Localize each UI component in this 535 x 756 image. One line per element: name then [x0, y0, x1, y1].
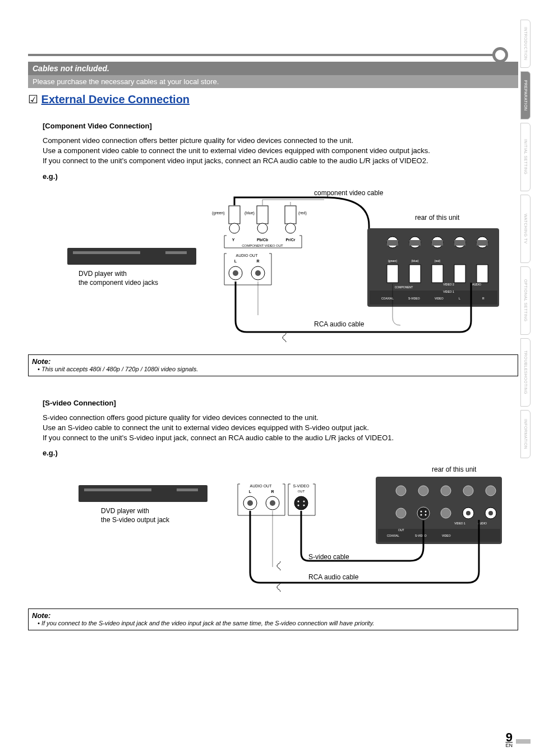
svg-point-41 [303, 505, 305, 506]
svg-point-49 [421, 511, 422, 513]
svg-point-36 [270, 500, 275, 506]
cables-subtitle-band: Please purchase the necessary cables at … [28, 75, 518, 88]
unit-red: (red) [435, 259, 441, 262]
svg-point-1 [229, 223, 239, 233]
tab-initial-setting[interactable]: INITIAL SETTING [520, 123, 531, 191]
svideo-p3: If you connect to the unit's S-video inp… [43, 433, 513, 443]
svg-point-48 [417, 507, 430, 519]
svg-rect-0 [229, 206, 240, 224]
unit-video1: VIDEO 1 [443, 290, 454, 293]
prcr-label: Pr/Cr [285, 238, 295, 242]
tab-troubleshooting[interactable]: TROUBLESHOOTING [520, 338, 531, 407]
svg-point-39 [303, 501, 305, 503]
svg-rect-26 [409, 265, 421, 283]
dvd-label-2: the component video jacks [79, 279, 158, 287]
sv-audio-out: AUDIO OUT [250, 484, 273, 488]
svideo-diagram: rear of this unit DVD player with the S-… [43, 463, 518, 597]
unit-coaxial: COAXIAL [381, 297, 394, 300]
component-heading: [Component Video Connection] [43, 122, 518, 130]
svg-rect-16 [387, 240, 398, 246]
note1-box: Note: • This unit accepts 480i / 480p / … [28, 354, 518, 376]
svg-point-53 [441, 508, 451, 518]
svg-point-43 [418, 486, 428, 496]
component-diagram: component video cable (green) (blue) (re… [43, 186, 518, 343]
tab-watching-tv[interactable]: WATCHING TV [520, 195, 531, 263]
svg-point-12 [255, 270, 261, 276]
svg-text:(green): (green) [212, 211, 225, 215]
note2-title: Note: [32, 611, 514, 620]
section-title-text: External Device Connection [41, 93, 190, 105]
sv-dvd-icon [79, 485, 207, 502]
component-p3: If you connect to the unit's component v… [43, 156, 513, 166]
tab-introduction[interactable]: INTRODUCTION [520, 20, 531, 68]
comp-connector-blue: (blue) [245, 206, 268, 233]
sv-r: R [271, 490, 274, 494]
sv-svout: S-VIDEO [293, 484, 310, 488]
unit-component-label: COMPONENT [395, 285, 413, 289]
svg-point-38 [298, 501, 299, 503]
tab-optional-setting[interactable]: OPTIONAL SETTING [520, 266, 531, 335]
svg-point-4 [257, 223, 268, 233]
pbcb-label: Pb/Cb [257, 238, 268, 242]
tab-preparation[interactable]: PREPARATION [520, 71, 531, 119]
rear-label: rear of this unit [415, 214, 460, 222]
sv-rear-label: rear of this unit [432, 465, 477, 473]
svg-rect-6 [285, 206, 296, 224]
svg-rect-27 [432, 265, 443, 283]
comp-connector-red: (red) [285, 206, 307, 233]
circle-decoration [492, 47, 508, 63]
svg-point-7 [285, 223, 296, 233]
svg-rect-25 [387, 265, 398, 283]
svg-point-44 [441, 486, 451, 496]
svideo-p2: Use an S-video cable to connect the unit… [43, 423, 513, 433]
svg-point-52 [425, 514, 427, 516]
audio-r: R [256, 259, 259, 263]
svg-point-10 [233, 270, 238, 276]
svg-rect-24 [477, 240, 488, 246]
svg-rect-28 [454, 265, 465, 283]
svg-rect-14 [165, 251, 187, 254]
svg-point-34 [247, 500, 253, 506]
component-p1: Component video connection offers better… [43, 136, 513, 146]
svg-rect-32 [177, 488, 198, 491]
sv-unit-coaxial: COAXIAL [387, 534, 399, 537]
component-eg: e.g.) [43, 172, 518, 181]
svg-point-40 [298, 505, 299, 506]
rca-label: RCA audio cable [314, 320, 365, 328]
comp-connector-green: (green) [212, 206, 240, 233]
section-title: ☑ External Device Connection [28, 93, 518, 106]
svg-point-55 [466, 511, 471, 515]
tab-information[interactable]: INFORMATION [520, 410, 531, 458]
svg-point-46 [486, 486, 496, 496]
unit-blue: (blue) [412, 259, 419, 262]
sv-dvd-l1: DVD player with [101, 507, 149, 515]
svg-rect-18 [409, 240, 421, 246]
svg-point-45 [463, 486, 473, 496]
page-bar-decoration [516, 739, 531, 744]
cables-title-band: Cables not included. [28, 62, 518, 75]
unit-r: R [482, 297, 485, 300]
svg-rect-22 [454, 240, 465, 246]
svg-rect-29 [477, 265, 488, 283]
svg-point-37 [294, 496, 308, 510]
audio-out-label: AUDIO OUT [236, 253, 259, 257]
svideo-heading: [S-video Connection] [43, 399, 518, 407]
unit-green: (green) [388, 259, 397, 262]
unit-audio-label: AUDIO [472, 283, 481, 286]
sv-l: L [249, 490, 252, 494]
check-icon: ☑ [28, 93, 38, 105]
unit-l: L [459, 297, 460, 300]
comp-cable-label: component video cable [314, 189, 384, 197]
y-label: Y [232, 238, 235, 242]
dvd-player-icon [67, 248, 196, 265]
svg-rect-3 [257, 206, 268, 224]
unit-video: VIDEO [435, 297, 444, 300]
svg-point-50 [425, 511, 427, 513]
sv-dvd-l2: the S-video output jack [101, 516, 170, 524]
svideo-eg: e.g.) [43, 449, 518, 457]
svg-point-57 [488, 511, 493, 515]
divider-bar [28, 54, 501, 56]
svg-text:(red): (red) [298, 211, 307, 215]
sv-out: OUT [298, 490, 305, 493]
note1-title: Note: [32, 357, 514, 366]
